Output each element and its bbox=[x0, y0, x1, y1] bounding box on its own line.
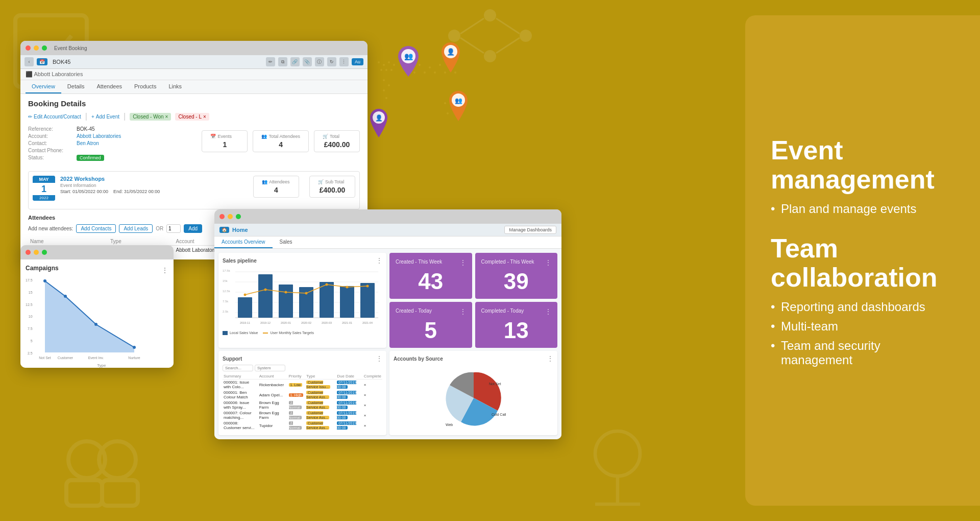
svg-text:Customer: Customer bbox=[57, 356, 73, 360]
closed-won-tag[interactable]: Closed - Won × bbox=[130, 113, 171, 121]
refresh-icon[interactable]: ↻ bbox=[327, 57, 336, 66]
created-today-header: Created - Today ⋮ bbox=[396, 308, 466, 315]
edit-account-link[interactable]: ✏ Edit Account/Contact bbox=[28, 114, 81, 120]
svg-text:2020-03: 2020-03 bbox=[322, 321, 332, 324]
accounts-source-header: Accounts by Source ⋮ bbox=[394, 355, 553, 362]
completed-week-value: 39 bbox=[481, 270, 552, 293]
event-name[interactable]: 2022 Workshops bbox=[60, 176, 248, 182]
accounts-menu-icon[interactable]: ⋮ bbox=[547, 355, 553, 362]
close-won-icon[interactable]: × bbox=[165, 114, 168, 120]
content-area: 👥 👤 👥 bbox=[0, 0, 745, 521]
tab-attendees[interactable]: Attendees bbox=[90, 80, 128, 93]
account-value[interactable]: Abbott Laboratories bbox=[77, 133, 191, 139]
x-axis-label: Type bbox=[35, 363, 168, 368]
manage-dashboards-button[interactable]: Manage Dashboards bbox=[504, 226, 556, 234]
pie-area: Not Set Cold Call Web bbox=[394, 365, 553, 431]
link-icon[interactable]: 🔗 bbox=[290, 57, 300, 66]
add-button[interactable]: Add bbox=[184, 224, 202, 233]
dash-dot-red[interactable] bbox=[219, 214, 225, 219]
attendee-number-input[interactable] bbox=[166, 224, 181, 233]
tab-products[interactable]: Products bbox=[128, 80, 162, 93]
tab-overview[interactable]: Overview bbox=[26, 80, 61, 93]
completed-today-menu[interactable]: ⋮ bbox=[545, 308, 551, 315]
attendees-icon: 👥 bbox=[261, 134, 267, 139]
dashboard-main-content: 🏠 Home Manage Dashboards Accounts Overvi… bbox=[214, 224, 561, 439]
svg-rect-35 bbox=[390, 69, 393, 71]
created-week-menu[interactable]: ⋮ bbox=[460, 259, 466, 266]
tab-details[interactable]: Details bbox=[61, 80, 91, 93]
support-header: Support ⋮ bbox=[223, 355, 382, 362]
back-icon[interactable]: ‹ bbox=[24, 57, 34, 66]
completed-today-tile: Completed - Today ⋮ 13 bbox=[475, 302, 558, 348]
tab-links[interactable]: Links bbox=[162, 80, 188, 93]
svg-rect-50 bbox=[444, 102, 446, 104]
close-l-icon[interactable]: × bbox=[203, 114, 206, 120]
dot-green[interactable] bbox=[42, 45, 47, 51]
created-today-menu[interactable]: ⋮ bbox=[460, 308, 466, 315]
events-stat: 📅 Events 1 bbox=[202, 130, 248, 152]
svg-point-71 bbox=[94, 323, 97, 326]
svg-text:2021-01: 2021-01 bbox=[342, 321, 352, 324]
booking-window-title: Event Booking bbox=[54, 45, 87, 51]
attendees-stat: 👥 Total Attendees 4 bbox=[253, 130, 309, 152]
svg-rect-88 bbox=[238, 297, 252, 318]
dash-dot-yellow[interactable] bbox=[228, 214, 233, 219]
stat-tiles-grid: Created - This Week ⋮ 43 Completed - Thi… bbox=[389, 253, 557, 348]
closed-l-tag[interactable]: Closed - L × bbox=[175, 113, 209, 121]
info-icon[interactable]: ⓘ bbox=[315, 57, 324, 66]
support-account-0: Rickenbacker bbox=[258, 380, 288, 390]
support-filter-input[interactable] bbox=[255, 365, 285, 371]
pipeline-menu-icon[interactable]: ⋮ bbox=[376, 257, 382, 264]
breadcrumb-text: Abbott Laboratories bbox=[34, 71, 83, 77]
support-menu-icon[interactable]: ⋮ bbox=[376, 355, 382, 362]
pipeline-header: Sales pipeline ⋮ bbox=[223, 257, 382, 264]
accounts-source-title: Accounts by Source bbox=[394, 356, 443, 362]
add-leads-button[interactable]: Add Leads bbox=[119, 224, 153, 233]
completed-week-menu[interactable]: ⋮ bbox=[545, 259, 551, 266]
support-type-4: Customer Service Ass... bbox=[305, 420, 336, 431]
copy-icon[interactable]: ⧉ bbox=[278, 57, 287, 66]
booking-details-title: Booking Details bbox=[28, 99, 360, 108]
dot-yellow[interactable] bbox=[34, 45, 39, 51]
attachment-icon[interactable]: 📎 bbox=[303, 57, 312, 66]
svg-text:Event Inv.: Event Inv. bbox=[88, 356, 104, 360]
support-summary-0: 000001: Issue with Colo... bbox=[223, 380, 258, 390]
campaigns-menu-icon[interactable]: ⋮ bbox=[161, 266, 168, 274]
svg-text:12.5k: 12.5k bbox=[223, 290, 231, 293]
pipeline-title: Sales pipeline bbox=[223, 258, 257, 264]
au-btn[interactable]: Au bbox=[352, 58, 363, 65]
svg-text:👤: 👤 bbox=[375, 114, 383, 122]
event-subtotal-label: 🛒 Sub Total bbox=[318, 179, 347, 184]
support-col-account: Account bbox=[258, 373, 288, 380]
more-icon[interactable]: ⋮ bbox=[339, 57, 349, 66]
support-summary-1: 000001: Ben Colour Match bbox=[223, 390, 258, 400]
completed-this-week-tile: Completed - This Week ⋮ 39 bbox=[475, 253, 558, 299]
svg-point-95 bbox=[244, 294, 247, 296]
camp-dot-yellow[interactable] bbox=[34, 250, 39, 255]
booking-ref: BOK45 bbox=[53, 59, 70, 65]
tab-sales[interactable]: Sales bbox=[273, 236, 300, 248]
dot-red[interactable] bbox=[26, 45, 31, 51]
support-search-input[interactable] bbox=[223, 365, 253, 371]
booking-titlebar: Event Booking bbox=[20, 41, 368, 55]
map-pin-purple: 👥 bbox=[396, 43, 421, 81]
camp-dot-green[interactable] bbox=[42, 250, 47, 255]
camp-dot-red[interactable] bbox=[26, 250, 31, 255]
support-account-4: Tupidor bbox=[258, 420, 288, 431]
dash-dot-green[interactable] bbox=[236, 214, 241, 219]
contact-label: Contact: bbox=[28, 140, 74, 146]
team-collaboration-bullets: Reporting and dashboards Multi-team Team… bbox=[771, 297, 954, 370]
event-icon-btn[interactable]: 📅 bbox=[37, 58, 47, 65]
bar-chart-area: Not Set Customer Event Inv. Nurture Type bbox=[35, 276, 168, 363]
action-bar: ✏ Edit Account/Contact | + Add Event | C… bbox=[28, 112, 360, 121]
support-priority-3: 2. Normal bbox=[288, 410, 306, 420]
edit-icon[interactable]: ✏ bbox=[266, 57, 275, 66]
home-icon-btn[interactable]: 🏠 bbox=[219, 227, 229, 233]
support-type-3: Customer Service Ass... bbox=[305, 410, 336, 420]
svg-rect-39 bbox=[385, 97, 387, 99]
add-event-link[interactable]: + Add Event bbox=[91, 114, 119, 120]
add-contacts-button[interactable]: Add Contacts bbox=[76, 224, 116, 233]
contact-value[interactable]: Ben Atron bbox=[77, 140, 191, 146]
tab-accounts-overview[interactable]: Accounts Overview bbox=[214, 236, 273, 248]
dashboard-toolbar: 🏠 Home Manage Dashboards bbox=[214, 224, 561, 236]
